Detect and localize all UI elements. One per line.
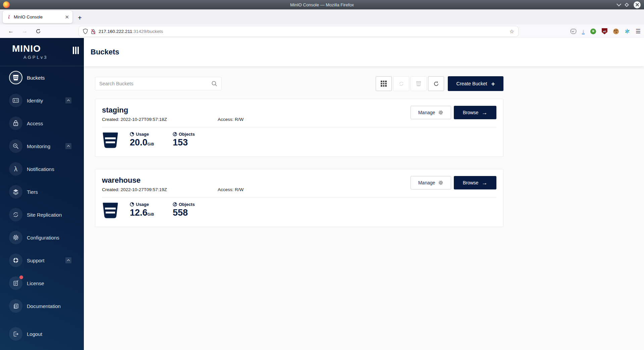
- sidebar-item-label: Site Replication: [27, 212, 62, 218]
- license-document-icon: [9, 276, 22, 290]
- objects-icon: [173, 202, 177, 207]
- card-header: staging Created: 2022-10-27T09:57:18Z Ac…: [102, 106, 496, 122]
- usage-label-row: Usage: [130, 132, 162, 137]
- objects-metric: Objects 153: [173, 132, 205, 147]
- app-shell: MINIO AGPLv3 Buckets Identity: [0, 38, 644, 350]
- bucket-icon: [9, 71, 22, 84]
- window-title: MinIO Console — Mozilla Firefox: [290, 2, 354, 7]
- sidebar-menu: Buckets Identity Access Monitoring: [0, 66, 84, 350]
- sidebar-item-access[interactable]: Access: [0, 112, 84, 135]
- actions-row: Create Bucket +: [95, 76, 503, 91]
- grid-icon: [381, 81, 387, 87]
- bucket-name: staging: [102, 106, 244, 115]
- bookmark-star-icon[interactable]: ☆: [509, 28, 514, 35]
- sidebar-item-buckets[interactable]: Buckets: [0, 66, 84, 89]
- back-button[interactable]: ←: [8, 28, 14, 35]
- sidebar-collapse-icon[interactable]: [73, 47, 79, 54]
- sidebar-item-support[interactable]: Support: [0, 249, 84, 272]
- cookie-extension-icon[interactable]: [613, 29, 619, 34]
- bucket-card-warehouse[interactable]: warehouse Created: 2022-10-27T09:57:19Z …: [95, 169, 503, 227]
- access-label: Access:: [218, 187, 233, 192]
- bucket-meta: Created: 2022-10-27T09:57:19Z Access: R/…: [102, 187, 244, 192]
- view-toolbar: Create Bucket +: [376, 76, 503, 91]
- url-bar[interactable]: 217.160.222.211:31429/buckets ☆: [79, 26, 518, 37]
- create-bucket-button[interactable]: Create Bucket +: [448, 76, 503, 91]
- content-area: Create Bucket + staging Created: 2022-10…: [84, 66, 503, 227]
- usage-label: Usage: [136, 132, 149, 137]
- grid-view-button[interactable]: [376, 76, 392, 91]
- usage-metric: Usage 12.6GiB: [130, 202, 162, 217]
- card-title-block: staging Created: 2022-10-27T09:57:18Z Ac…: [102, 106, 244, 122]
- refresh-button[interactable]: [428, 76, 444, 91]
- sidebar-item-documentation[interactable]: Documentation: [0, 295, 84, 317]
- downloads-icon[interactable]: ↓: [582, 28, 585, 35]
- replication-sync-icon: [9, 208, 22, 221]
- window-close-icon[interactable]: [634, 1, 641, 8]
- tab-close-icon[interactable]: ✕: [65, 14, 69, 19]
- sidebar-item-identity[interactable]: Identity: [0, 89, 84, 112]
- window-maximize-icon[interactable]: [625, 3, 629, 7]
- arrow-right-icon: →: [482, 110, 487, 116]
- gear-icon: [438, 180, 443, 185]
- delete-buckets-button-disabled[interactable]: [411, 76, 427, 91]
- sidebar-item-label: Notifications: [27, 166, 54, 172]
- usage-value: 20.0GiB: [130, 138, 162, 147]
- forward-button[interactable]: →: [22, 28, 28, 35]
- bucket-created: Created: 2022-10-27T09:57:19Z: [102, 187, 218, 192]
- replication-icon: [398, 81, 404, 87]
- reload-button[interactable]: [36, 29, 41, 34]
- sidebar-item-label: Tiers: [27, 189, 38, 195]
- shield-permissions-icon[interactable]: [83, 29, 88, 34]
- refresh-icon: [433, 81, 439, 87]
- insecure-lock-icon[interactable]: [91, 29, 96, 34]
- window-minimize-icon[interactable]: [616, 2, 621, 6]
- chevron-up-icon[interactable]: [65, 97, 71, 103]
- layers-icon: [9, 185, 22, 199]
- sidebar-item-monitoring[interactable]: Monitoring: [0, 135, 84, 158]
- app-menu-icon[interactable]: ☰: [636, 28, 641, 35]
- bucket-card-staging[interactable]: staging Created: 2022-10-27T09:57:18Z Ac…: [95, 99, 503, 157]
- sidebar: MINIO AGPLv3 Buckets Identity: [0, 38, 84, 350]
- search-input[interactable]: [99, 81, 211, 86]
- privacy-extension-icon[interactable]: [590, 29, 596, 34]
- usage-label-row: Usage: [130, 202, 162, 207]
- browse-label: Browse: [463, 180, 479, 185]
- objects-metric: Objects 558: [173, 202, 205, 217]
- tab-minio-console[interactable]: MinIO Console ✕: [3, 11, 72, 23]
- card-divider: [102, 197, 496, 198]
- sidebar-item-site-replication[interactable]: Site Replication: [0, 203, 84, 226]
- manage-button[interactable]: Manage: [411, 106, 451, 119]
- bucket-access: Access: R/W: [218, 117, 244, 122]
- sidebar-item-label: Access: [27, 121, 43, 126]
- sidebar-item-configurations[interactable]: Configurations: [0, 226, 84, 249]
- url-text[interactable]: 217.160.222.211:31429/buckets: [99, 29, 506, 34]
- bucket-icon: [416, 81, 422, 87]
- usage-value: 12.6GiB: [130, 208, 162, 217]
- usage-unit: GiB: [148, 212, 154, 216]
- browse-label: Browse: [463, 110, 479, 115]
- usage-number: 20.0: [130, 137, 148, 147]
- chevron-up-icon[interactable]: [65, 143, 71, 149]
- chevron-up-icon[interactable]: [65, 257, 71, 263]
- new-tab-button[interactable]: +: [78, 14, 82, 21]
- manage-button[interactable]: Manage: [411, 176, 451, 189]
- ublock-origin-icon[interactable]: uO: [602, 28, 607, 34]
- card-buttons: Manage Browse →: [411, 176, 496, 189]
- extensions-row: ↓ uO ☰: [571, 25, 641, 38]
- multiaccount-extension-icon[interactable]: [625, 29, 630, 34]
- sidebar-item-license[interactable]: License: [0, 272, 84, 295]
- sidebar-item-logout[interactable]: Logout: [0, 322, 84, 345]
- sidebar-item-notifications[interactable]: λ Notifications: [0, 158, 84, 180]
- sidebar-item-label: License: [27, 280, 44, 286]
- set-replication-button-disabled[interactable]: [393, 76, 409, 91]
- sidebar-item-tiers[interactable]: Tiers: [0, 180, 84, 203]
- pocket-icon[interactable]: [571, 29, 576, 34]
- tab-title: MinIO Console: [14, 14, 62, 19]
- browse-button[interactable]: Browse →: [454, 106, 496, 119]
- bucket-created: Created: 2022-10-27T09:57:18Z: [102, 117, 218, 122]
- manage-label: Manage: [418, 180, 435, 185]
- usage-unit: GiB: [148, 142, 154, 146]
- search-box: [95, 77, 222, 90]
- browse-button[interactable]: Browse →: [454, 176, 496, 189]
- bucket-access: Access: R/W: [218, 187, 244, 192]
